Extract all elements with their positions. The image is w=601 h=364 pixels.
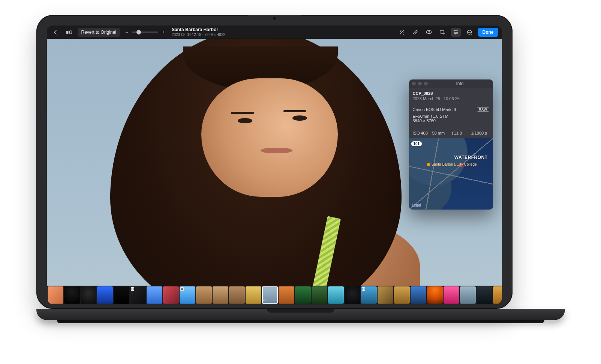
laptop-feet (57, 320, 544, 323)
thumbnail[interactable] (378, 286, 393, 304)
traffic-zoom[interactable] (424, 82, 428, 85)
map-route-badge: 101 (411, 141, 422, 146)
info-exposure-section: ISO 400 50 mm ƒ11,0 1/1000 s (409, 126, 493, 138)
laptop-lid: Revert to Original − + Santa Barbara Har… (36, 15, 513, 309)
zoom-slider[interactable] (132, 31, 158, 33)
compare-button[interactable] (64, 28, 74, 37)
thumbnail[interactable] (312, 286, 327, 304)
thumbnail[interactable] (279, 286, 294, 304)
map-poi-label: Santa Barbara City College (427, 162, 477, 166)
zoom-out-button[interactable]: − (124, 30, 130, 35)
map-area-label: WATERFRONT (454, 155, 488, 160)
sliders-icon (453, 29, 459, 35)
heart-icon: ♡ (263, 299, 266, 303)
photo-title: Santa Barbara Harbor (172, 27, 225, 32)
info-focal: 50 mm (432, 131, 450, 135)
thumbnail[interactable]: R (180, 286, 195, 304)
thumbnail[interactable]: R (130, 286, 146, 304)
thumbnail[interactable] (477, 286, 492, 304)
zoom-in-button[interactable]: + (160, 30, 166, 35)
thumbnail[interactable]: R (361, 286, 377, 304)
photo-editor-app: Revert to Original − + Santa Barbara Har… (47, 25, 502, 304)
info-camera: Canon EOS 5D Mark III (413, 107, 456, 112)
camera-dot (273, 17, 276, 20)
thumbnail[interactable]: ♡ (262, 286, 278, 304)
thumbnail[interactable] (427, 286, 443, 304)
compare-icon (66, 29, 72, 35)
title-block: Santa Barbara Harbor 2023-05-04 12:19 · … (172, 27, 225, 37)
thumb-badge: R (131, 287, 135, 291)
color-button[interactable] (424, 28, 434, 37)
thumbnail[interactable] (328, 286, 344, 304)
thumbnail[interactable] (81, 286, 96, 304)
thumbnail[interactable] (295, 286, 311, 304)
repair-button[interactable] (411, 28, 420, 37)
svg-point-12 (469, 32, 470, 33)
svg-rect-1 (69, 31, 72, 34)
thumbnail[interactable] (394, 286, 410, 304)
thumbnail[interactable] (493, 286, 502, 304)
thumbnail[interactable] (196, 286, 212, 304)
back-button[interactable] (51, 28, 60, 37)
thumbnail-strip[interactable]: RR♡R (47, 286, 502, 304)
thumbnail[interactable] (114, 286, 129, 304)
raw-badge: RAW (477, 107, 489, 112)
thumbnail[interactable] (460, 286, 476, 304)
info-filename[interactable]: CCP_0928 (413, 91, 489, 96)
svg-point-8 (456, 31, 457, 33)
svg-rect-0 (66, 31, 68, 34)
svg-point-4 (415, 32, 416, 33)
more-icon (466, 29, 472, 35)
traffic-close[interactable] (412, 82, 416, 85)
info-camera-section: Canon EOS 5D Mark III RAW EF50mm ƒ1.8 ST… (409, 104, 493, 126)
toolbar: Revert to Original − + Santa Barbara Har… (47, 25, 502, 39)
bandage-icon (412, 29, 418, 35)
thumbnail[interactable] (246, 286, 261, 304)
svg-point-11 (468, 32, 469, 33)
thumbnail[interactable] (64, 286, 80, 304)
thumbnail[interactable] (48, 286, 63, 304)
info-map[interactable]: 101 WATERFRONT Santa Barbara City Colleg… (409, 138, 493, 210)
laptop-base (36, 309, 565, 320)
info-datetime: 2023 March 25 · 10:06:26 (413, 96, 489, 101)
chevron-left-icon (52, 29, 58, 35)
traffic-min[interactable] (418, 82, 422, 85)
thumbnail[interactable] (147, 286, 162, 304)
thumbnail[interactable] (411, 286, 426, 304)
editor-canvas[interactable]: Info CCP_0928 2023 March 25 · 10:06:26 C… (47, 39, 502, 286)
info-aperture: ƒ11,0 (452, 131, 470, 135)
more-button[interactable] (465, 28, 474, 37)
wand-icon (399, 29, 405, 35)
map-legal-link[interactable]: Legal (412, 203, 421, 207)
thumb-badge: R (362, 287, 366, 291)
thumbnail[interactable] (163, 286, 179, 304)
ml-enhance-button[interactable] (397, 28, 407, 37)
info-dimensions: 3840 × 5760 (413, 118, 489, 123)
info-lens: EF50mm ƒ1.8 STM (413, 114, 489, 118)
info-titlebar[interactable]: Info (409, 79, 493, 88)
zoom-control: − + (124, 30, 166, 35)
thumbnail[interactable] (444, 286, 459, 304)
thumbnail[interactable] (345, 286, 360, 304)
color-icon (426, 29, 432, 35)
svg-point-7 (454, 30, 455, 31)
thumbnail[interactable] (213, 286, 228, 304)
laptop-frame: Revert to Original − + Santa Barbara Har… (36, 15, 565, 323)
crop-button[interactable] (438, 28, 447, 37)
revert-button[interactable]: Revert to Original (78, 28, 120, 37)
display: Revert to Original − + Santa Barbara Har… (47, 25, 502, 304)
done-button[interactable]: Done (478, 28, 498, 37)
adjust-button[interactable] (451, 28, 461, 37)
info-title: Info (430, 81, 490, 86)
svg-point-9 (455, 33, 456, 34)
crop-icon (439, 29, 445, 35)
thumbnail[interactable] (229, 286, 245, 304)
svg-point-13 (470, 32, 471, 33)
thumbnail[interactable] (97, 286, 113, 304)
done-label: Done (483, 30, 494, 35)
info-iso: ISO 400 (413, 131, 431, 135)
info-panel[interactable]: Info CCP_0928 2023 March 25 · 10:06:26 C… (409, 79, 493, 210)
photo-subtitle: 2023-05-04 12:19 · 7229 × 4822 (172, 33, 225, 37)
revert-label: Revert to Original (81, 30, 116, 35)
info-file-section: CCP_0928 2023 March 25 · 10:06:26 (409, 88, 493, 104)
